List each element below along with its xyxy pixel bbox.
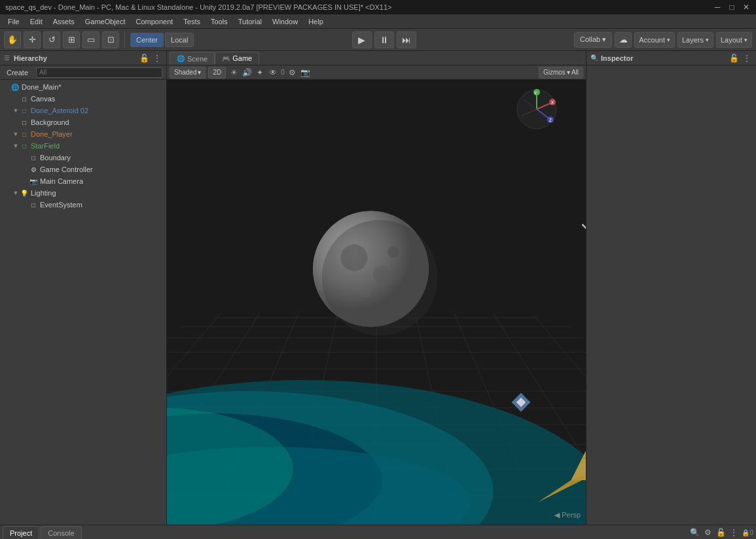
hierarchy-item-done_asteroid[interactable]: ▼□Done_Asteroid 02 bbox=[0, 105, 166, 116]
close-button[interactable]: ✕ bbox=[742, 3, 751, 12]
hierarchy-item-done_main[interactable]: 🌐Done_Main* bbox=[0, 81, 166, 93]
2d-label: 2D bbox=[213, 69, 221, 76]
tree-label-game_controller: Game Controller bbox=[40, 165, 93, 173]
app-title: space_qs_dev - Done_Main - PC, Mac & Lin… bbox=[5, 3, 391, 11]
main-toolbar: ✋ ✛ ↺ ⊞ ▭ ⊡ Center Local ▶ ⏸ ⏭ Collab ▾ … bbox=[0, 29, 756, 51]
hierarchy-item-boundary[interactable]: □Boundary bbox=[0, 152, 166, 164]
inspector-panel: 🔍 Inspector 🔓 ⋮ bbox=[586, 51, 756, 525]
project-settings-icon[interactable]: ⚙ bbox=[702, 527, 713, 538]
account-arrow: ▾ bbox=[667, 37, 670, 43]
rect-tool-button[interactable]: ▭ bbox=[82, 31, 99, 48]
audio-toggle-icon[interactable]: 🔊 bbox=[242, 67, 252, 78]
menu-item-tutorial[interactable]: Tutorial bbox=[233, 16, 267, 27]
hierarchy-icon: ☰ bbox=[4, 54, 10, 61]
2d-button[interactable]: 2D bbox=[208, 67, 226, 78]
local-option[interactable]: Local bbox=[165, 33, 194, 47]
console-tab[interactable]: Console bbox=[41, 526, 81, 539]
game-tab-label: Game bbox=[232, 54, 252, 62]
layout-dropdown[interactable]: Layout ▾ bbox=[716, 32, 752, 48]
perspective-label: ◀ Persp bbox=[554, 511, 581, 519]
collab-button[interactable]: Collab ▾ bbox=[574, 32, 612, 48]
menu-item-window[interactable]: Window bbox=[267, 16, 303, 27]
hierarchy-search-input[interactable] bbox=[36, 67, 162, 78]
gizmos-label: Gizmos bbox=[543, 69, 566, 76]
hierarchy-create-button[interactable]: Create bbox=[4, 67, 31, 78]
transform-tool-button[interactable]: ⊡ bbox=[102, 31, 119, 48]
bottom-tab-icons: 🔍 ⚙ 🔓 ⋮ 🔒0 bbox=[689, 527, 753, 539]
step-button[interactable]: ⏭ bbox=[397, 31, 416, 48]
hidden-toggle-icon[interactable]: 👁 bbox=[268, 67, 278, 78]
menu-item-file[interactable]: File bbox=[3, 16, 25, 27]
tree-arrow-done_player: ▼ bbox=[12, 131, 20, 137]
settings-icon[interactable]: ⚙ bbox=[287, 67, 298, 78]
layers-arrow: ▾ bbox=[706, 37, 709, 43]
rotate-tool-button[interactable]: ↺ bbox=[43, 31, 60, 48]
hierarchy-item-main_camera[interactable]: 📷Main Camera bbox=[0, 175, 166, 187]
bottom-panel: Project Console 🔍 ⚙ 🔓 ⋮ 🔒0 Create ▾ ▾ ★ … bbox=[0, 525, 756, 539]
account-dropdown[interactable]: Account ▾ bbox=[634, 32, 675, 48]
project-tab[interactable]: Project bbox=[3, 526, 39, 539]
game-tab[interactable]: 🎮 Game bbox=[215, 52, 259, 65]
tree-icon-lighting: 💡 bbox=[20, 188, 29, 198]
hierarchy-menu-button[interactable]: ⋮ bbox=[152, 53, 162, 63]
bottom-tab-bar: Project Console 🔍 ⚙ 🔓 ⋮ 🔒0 bbox=[0, 525, 756, 539]
toolbar-right: Collab ▾ ☁ Account ▾ Layers ▾ Layout ▾ bbox=[574, 32, 752, 48]
hierarchy-item-background[interactable]: □Background bbox=[0, 116, 166, 128]
svg-point-33 bbox=[322, 220, 438, 336]
hierarchy-content: 🌐Done_Main*□Canvas▼□Done_Asteroid 02□Bac… bbox=[0, 80, 166, 525]
center-option[interactable]: Center bbox=[130, 33, 164, 47]
scene-tab[interactable]: 🌐 Scene bbox=[170, 52, 215, 65]
menu-item-edit[interactable]: Edit bbox=[25, 16, 48, 27]
light-toggle-icon[interactable]: ☀ bbox=[228, 67, 239, 78]
project-lock-icon[interactable]: 🔓 bbox=[715, 527, 726, 538]
inspector-lock-button[interactable]: 🔓 bbox=[729, 53, 739, 63]
project-search-icon[interactable]: 🔍 bbox=[689, 527, 700, 538]
gizmos-arrow: ▾ bbox=[567, 69, 570, 76]
hierarchy-lock-button[interactable]: 🔓 bbox=[139, 53, 149, 63]
tree-arrow-lighting: ▼ bbox=[12, 190, 20, 196]
layers-dropdown[interactable]: Layers ▾ bbox=[677, 32, 713, 48]
camera-icon-toolbar[interactable]: 📷 bbox=[300, 67, 311, 78]
menu-item-component[interactable]: Component bbox=[130, 16, 178, 27]
menu-item-tests[interactable]: Tests bbox=[178, 16, 206, 27]
maximize-button[interactable]: □ bbox=[727, 3, 736, 12]
tree-icon-starfield: □ bbox=[20, 141, 29, 150]
menu-item-tools[interactable]: Tools bbox=[206, 16, 233, 27]
hand-tool-button[interactable]: ✋ bbox=[4, 31, 21, 48]
pause-button[interactable]: ⏸ bbox=[374, 31, 394, 48]
hierarchy-item-canvas[interactable]: □Canvas bbox=[0, 93, 166, 105]
tree-icon-canvas: □ bbox=[20, 94, 29, 103]
hierarchy-item-game_controller[interactable]: ⚙Game Controller bbox=[0, 164, 166, 175]
scene-tab-label: Scene bbox=[187, 55, 207, 63]
cloud-button[interactable]: ☁ bbox=[615, 32, 632, 48]
scene-tab-icon: 🌐 bbox=[177, 55, 185, 62]
menu-bar: FileEditAssetsGameObjectComponentTestsTo… bbox=[0, 14, 756, 29]
hierarchy-item-done_player[interactable]: ▼□Done_Player bbox=[0, 128, 166, 140]
play-button[interactable]: ▶ bbox=[352, 31, 372, 48]
scene-toolbar: Shaded ▾ 2D ☀ 🔊 ✦ 👁 0 ⚙ 📷 Gizmos ▾ All bbox=[167, 65, 586, 80]
hierarchy-item-lighting[interactable]: ▼💡Lighting bbox=[0, 187, 166, 199]
inspector-menu-button[interactable]: ⋮ bbox=[742, 53, 752, 63]
gizmo-svg: Y X Z bbox=[514, 86, 560, 132]
menu-item-assets[interactable]: Assets bbox=[48, 16, 80, 27]
scale-tool-button[interactable]: ⊞ bbox=[63, 31, 80, 48]
tree-label-lighting: Lighting bbox=[31, 189, 56, 197]
hierarchy-header: ☰ Hierarchy 🔓 ⋮ bbox=[0, 51, 166, 65]
shaded-dropdown[interactable]: Shaded ▾ bbox=[170, 67, 206, 78]
viewport-gizmo[interactable]: Y X Z bbox=[514, 86, 560, 132]
inspector-title: Inspector bbox=[601, 54, 634, 62]
toolbar-separator-1 bbox=[124, 32, 125, 48]
effects-toggle-icon[interactable]: ✦ bbox=[255, 67, 265, 78]
project-menu-icon[interactable]: ⋮ bbox=[729, 527, 739, 538]
viewport[interactable]: Y X Z ◀ Persp bbox=[167, 80, 586, 525]
project-tab-label: Project bbox=[10, 529, 32, 537]
gizmos-dropdown[interactable]: Gizmos ▾ All bbox=[539, 67, 583, 78]
menu-item-gameobject[interactable]: GameObject bbox=[80, 16, 131, 27]
game-tab-icon: 🎮 bbox=[222, 55, 230, 62]
hierarchy-item-starfield[interactable]: ▼□StarField bbox=[0, 140, 166, 152]
minimize-button[interactable]: ─ bbox=[713, 3, 722, 12]
hierarchy-item-event_system[interactable]: □EventSystem bbox=[0, 199, 166, 211]
center-area: 🌐 Scene 🎮 Game Shaded ▾ 2D ☀ 🔊 ✦ 👁 0 ⚙ 📷 bbox=[167, 51, 586, 525]
move-tool-button[interactable]: ✛ bbox=[24, 31, 41, 48]
menu-item-help[interactable]: Help bbox=[303, 16, 329, 27]
